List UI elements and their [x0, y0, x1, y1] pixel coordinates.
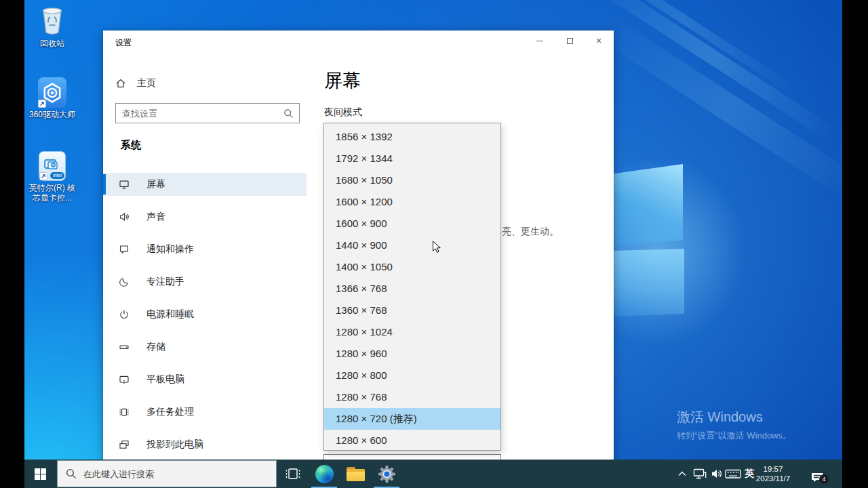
- sidebar-item-label: 屏幕: [146, 178, 165, 190]
- desktop-icon-intel-graphics[interactable]: intel 英特尔(R) 核芯显卡控...: [24, 151, 81, 203]
- resolution-option[interactable]: 1600 × 900: [324, 213, 500, 235]
- letterbox-right: [842, 0, 868, 488]
- resolution-dropdown-list: 1856 × 1392 1792 × 1344 1680 × 1050 1600…: [323, 123, 501, 451]
- sidebar-item-label: 声音: [146, 211, 165, 223]
- tablet-icon: [119, 374, 130, 385]
- notification-count-badge: 4: [819, 474, 829, 484]
- windows-logo-icon: [35, 468, 46, 480]
- intel-logo: intel: [50, 172, 64, 179]
- moon-icon: [119, 277, 130, 287]
- start-button[interactable]: [24, 460, 56, 488]
- clock-date: 2023/11/7: [756, 474, 790, 483]
- window-titlebar[interactable]: 设置 ×: [103, 30, 614, 52]
- screen: 激活 Windows 转到“设置”以激活 Windows。 回收站 360驱动大…: [0, 0, 868, 488]
- intel-label-line1: 英特尔(R) 核: [29, 183, 75, 192]
- desktop-icon-label: 回收站: [24, 39, 81, 49]
- intel-graphics-icon: intel: [39, 151, 66, 181]
- minimize-icon: [536, 41, 543, 41]
- window-title: 设置: [115, 37, 132, 49]
- close-button[interactable]: ×: [585, 30, 612, 51]
- sidebar-item-label: 通知和操作: [146, 243, 194, 256]
- sidebar-section-title: 系统: [121, 139, 141, 152]
- taskbar-search-input[interactable]: [83, 469, 260, 479]
- sidebar-item-label: 存储: [146, 341, 165, 353]
- taskbar: 英 19:57 2023/11/7 4: [24, 460, 842, 488]
- resolution-option[interactable]: 1680 × 1050: [324, 169, 500, 191]
- task-view-button[interactable]: [278, 460, 308, 488]
- action-center-button[interactable]: 4: [804, 460, 831, 488]
- sidebar-item-focus-assist[interactable]: 专注助手: [103, 270, 307, 293]
- desktop-icon-360-driver-master[interactable]: 360驱动大师: [24, 77, 81, 120]
- resolution-option[interactable]: 1792 × 1344: [324, 148, 500, 169]
- settings-app-button[interactable]: [372, 460, 401, 488]
- ime-label: 英: [745, 468, 754, 480]
- power-icon: [119, 309, 130, 320]
- sidebar-item-label: 投影到此电脑: [146, 439, 203, 451]
- notifications-icon: [119, 244, 130, 255]
- sidebar-item-multitasking[interactable]: 多任务处理: [103, 401, 307, 424]
- sidebar-home-label: 主页: [137, 77, 156, 89]
- search-icon[interactable]: [283, 108, 294, 119]
- chevron-up-icon: [678, 471, 686, 476]
- keyboard-icon: [725, 468, 741, 479]
- sidebar-item-home[interactable]: 主页: [115, 73, 298, 94]
- settings-search-input[interactable]: [122, 104, 278, 123]
- sidebar-item-notifications[interactable]: 通知和操作: [103, 238, 307, 261]
- home-icon: [115, 78, 126, 89]
- clipped-description-text: 亮、更生动。: [502, 226, 559, 238]
- sidebar-item-projecting[interactable]: 投影到此电脑: [103, 433, 307, 456]
- resolution-option[interactable]: 1280 × 960: [324, 343, 500, 365]
- resolution-option[interactable]: 1280 × 800: [324, 365, 500, 386]
- maximize-button[interactable]: [556, 30, 583, 51]
- edge-browser-button[interactable]: [309, 460, 339, 488]
- close-icon: ×: [596, 36, 601, 45]
- 360-driver-icon: [38, 77, 66, 108]
- tray-show-hidden-icons-button[interactable]: [674, 460, 690, 488]
- resolution-option-recommended[interactable]: 868 × 488 (推荐): [324, 408, 500, 430]
- resolution-option[interactable]: 1280 × 768: [324, 386, 500, 408]
- resolution-option[interactable]: 1856 × 1392: [324, 126, 500, 148]
- desktop-icon-recycle-bin[interactable]: 回收站: [24, 5, 81, 49]
- storage-icon: [119, 342, 130, 352]
- desktop-icon-label: 360驱动大师: [24, 110, 81, 120]
- multitasking-icon: [119, 407, 130, 418]
- resolution-option[interactable]: 1360 × 768: [324, 300, 500, 321]
- resolution-option[interactable]: 1440 × 900: [324, 235, 500, 256]
- resolution-option[interactable]: 1600 × 1200: [324, 191, 500, 213]
- taskbar-search-box[interactable]: [57, 460, 277, 487]
- sidebar-item-label: 多任务处理: [146, 406, 194, 418]
- network-icon: [693, 468, 707, 479]
- watermark-subtitle: 转到“设置”以激活 Windows。: [677, 430, 791, 442]
- sidebar-item-storage[interactable]: 存储: [103, 336, 307, 359]
- resolution-option[interactable]: 1400 × 1050: [324, 256, 500, 278]
- file-explorer-button[interactable]: [340, 460, 370, 488]
- sidebar-item-display[interactable]: 屏幕: [103, 173, 307, 196]
- edge-icon: [315, 465, 334, 483]
- recycle-bin-icon: [39, 5, 66, 37]
- sidebar-item-power-sleep[interactable]: 电源和睡眠: [103, 303, 307, 326]
- resolution-option[interactable]: 1280 × 1024: [324, 321, 500, 343]
- settings-search-box[interactable]: [115, 103, 300, 123]
- sidebar-item-tablet[interactable]: 平板电脑: [103, 368, 307, 391]
- task-view-icon: [285, 468, 301, 480]
- shortcut-arrow-icon: [39, 172, 47, 180]
- sidebar-item-label: 电源和睡眠: [146, 308, 194, 321]
- search-icon: [66, 468, 77, 479]
- windows-logo-pane-bottom-right: [612, 249, 684, 317]
- windows-logo-pane-top-right: [612, 164, 683, 246]
- tray-network-button[interactable]: [690, 460, 709, 488]
- letterbox-left: [0, 0, 24, 488]
- resolution-option[interactable]: 1366 × 768: [324, 278, 500, 300]
- sound-icon: [119, 211, 130, 222]
- tray-clock[interactable]: 19:57 2023/11/7: [754, 460, 792, 488]
- settings-window: 设置 × 主页 系统 屏幕: [103, 30, 614, 460]
- minimize-button[interactable]: [526, 30, 553, 51]
- page-title: 屏幕: [324, 68, 361, 93]
- sidebar-item-sound[interactable]: 声音: [103, 205, 307, 228]
- mouse-cursor: [432, 241, 441, 254]
- display-icon: [119, 179, 130, 190]
- resolution-combobox[interactable]: [323, 454, 501, 460]
- watermark-title: 激活 Windows: [677, 408, 791, 426]
- clock-time: 19:57: [764, 464, 783, 474]
- resolution-option[interactable]: 1280 × 600: [324, 430, 500, 451]
